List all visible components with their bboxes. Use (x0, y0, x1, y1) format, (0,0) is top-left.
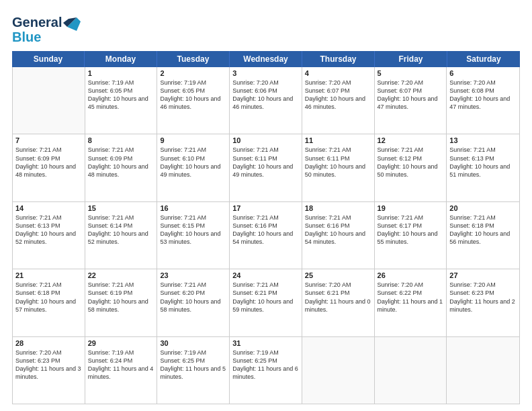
day-number: 31 (232, 339, 299, 347)
day-number: 22 (88, 271, 154, 279)
calendar-cell-1-7: 6Sunrise: 7:20 AM Sunset: 6:08 PM Daylig… (447, 67, 519, 134)
day-info: Sunrise: 7:21 AM Sunset: 6:20 PM Dayligh… (160, 281, 226, 314)
day-info: Sunrise: 7:21 AM Sunset: 6:13 PM Dayligh… (449, 146, 517, 179)
day-info: Sunrise: 7:21 AM Sunset: 6:09 PM Dayligh… (15, 146, 82, 179)
day-info: Sunrise: 7:21 AM Sunset: 6:11 PM Dayligh… (305, 146, 371, 179)
calendar-week-5: 28Sunrise: 7:20 AM Sunset: 6:23 PM Dayli… (13, 337, 519, 404)
calendar-cell-5-2: 29Sunrise: 7:19 AM Sunset: 6:24 PM Dayli… (85, 337, 158, 404)
calendar-cell-2-4: 10Sunrise: 7:21 AM Sunset: 6:11 PM Dayli… (230, 134, 302, 201)
logo-text: General (12, 15, 62, 30)
header-monday: Monday (85, 51, 157, 67)
header: General Blue (12, 12, 520, 44)
day-info: Sunrise: 7:21 AM Sunset: 6:14 PM Dayligh… (88, 214, 154, 246)
header-wednesday: Wednesday (230, 51, 302, 67)
day-info: Sunrise: 7:21 AM Sunset: 6:10 PM Dayligh… (160, 146, 226, 179)
day-info: Sunrise: 7:21 AM Sunset: 6:11 PM Dayligh… (232, 146, 299, 179)
calendar-cell-1-5: 4Sunrise: 7:20 AM Sunset: 6:07 PM Daylig… (302, 67, 375, 134)
day-info: Sunrise: 7:20 AM Sunset: 6:06 PM Dayligh… (232, 79, 299, 111)
calendar-cell-5-4: 31Sunrise: 7:19 AM Sunset: 6:25 PM Dayli… (230, 337, 302, 404)
day-info: Sunrise: 7:20 AM Sunset: 6:07 PM Dayligh… (305, 79, 371, 111)
day-number: 14 (15, 204, 82, 212)
day-info: Sunrise: 7:19 AM Sunset: 6:25 PM Dayligh… (160, 349, 226, 381)
header-saturday: Saturday (447, 51, 520, 67)
day-number: 1 (88, 69, 154, 77)
calendar-cell-3-7: 20Sunrise: 7:21 AM Sunset: 6:18 PM Dayli… (447, 202, 519, 269)
day-info: Sunrise: 7:21 AM Sunset: 6:15 PM Dayligh… (160, 214, 226, 246)
day-info: Sunrise: 7:19 AM Sunset: 6:05 PM Dayligh… (88, 79, 154, 111)
day-number: 29 (88, 339, 154, 347)
day-number: 7 (15, 136, 82, 144)
day-number: 6 (449, 69, 517, 77)
header-sunday: Sunday (12, 51, 85, 67)
calendar-cell-4-6: 26Sunrise: 7:20 AM Sunset: 6:22 PM Dayli… (375, 269, 447, 336)
day-info: Sunrise: 7:20 AM Sunset: 6:08 PM Dayligh… (449, 79, 517, 111)
day-number: 19 (378, 204, 444, 212)
calendar-cell-4-3: 23Sunrise: 7:21 AM Sunset: 6:20 PM Dayli… (157, 269, 230, 336)
day-number: 30 (160, 339, 226, 347)
day-number: 16 (160, 204, 226, 212)
calendar-cell-5-3: 30Sunrise: 7:19 AM Sunset: 6:25 PM Dayli… (157, 337, 230, 404)
header-tuesday: Tuesday (157, 51, 230, 67)
day-number: 10 (232, 136, 299, 144)
calendar-cell-4-1: 21Sunrise: 7:21 AM Sunset: 6:18 PM Dayli… (13, 269, 85, 336)
header-friday: Friday (375, 51, 447, 67)
day-info: Sunrise: 7:21 AM Sunset: 6:09 PM Dayligh… (88, 146, 154, 179)
day-info: Sunrise: 7:20 AM Sunset: 6:21 PM Dayligh… (305, 281, 371, 314)
calendar-cell-4-2: 22Sunrise: 7:21 AM Sunset: 6:19 PM Dayli… (85, 269, 158, 336)
calendar-week-2: 7Sunrise: 7:21 AM Sunset: 6:09 PM Daylig… (13, 134, 519, 201)
calendar-week-4: 21Sunrise: 7:21 AM Sunset: 6:18 PM Dayli… (13, 269, 519, 336)
day-number: 8 (88, 136, 154, 144)
day-number: 11 (305, 136, 371, 144)
day-number: 23 (160, 271, 226, 279)
day-info: Sunrise: 7:21 AM Sunset: 6:18 PM Dayligh… (449, 214, 517, 246)
day-info: Sunrise: 7:21 AM Sunset: 6:21 PM Dayligh… (232, 281, 299, 314)
calendar-cell-3-2: 15Sunrise: 7:21 AM Sunset: 6:14 PM Dayli… (85, 202, 158, 269)
calendar-cell-3-6: 19Sunrise: 7:21 AM Sunset: 6:17 PM Dayli… (375, 202, 447, 269)
day-number: 5 (378, 69, 444, 77)
day-info: Sunrise: 7:21 AM Sunset: 6:19 PM Dayligh… (88, 281, 154, 314)
calendar-cell-5-6 (375, 337, 447, 404)
header-thursday: Thursday (302, 51, 375, 67)
calendar-cell-5-5 (302, 337, 375, 404)
calendar-cell-1-3: 2Sunrise: 7:19 AM Sunset: 6:05 PM Daylig… (157, 67, 230, 134)
calendar-cell-1-1 (13, 67, 85, 134)
day-info: Sunrise: 7:20 AM Sunset: 6:22 PM Dayligh… (378, 281, 444, 314)
day-info: Sunrise: 7:19 AM Sunset: 6:25 PM Dayligh… (232, 349, 299, 381)
calendar-week-3: 14Sunrise: 7:21 AM Sunset: 6:13 PM Dayli… (13, 202, 519, 269)
calendar-cell-5-1: 28Sunrise: 7:20 AM Sunset: 6:23 PM Dayli… (13, 337, 85, 404)
calendar-cell-3-5: 18Sunrise: 7:21 AM Sunset: 6:16 PM Dayli… (302, 202, 375, 269)
page: General Blue Sunday Monday Tuesday Wedne… (0, 0, 532, 411)
calendar-cell-2-3: 9Sunrise: 7:21 AM Sunset: 6:10 PM Daylig… (157, 134, 230, 201)
calendar-body: 1Sunrise: 7:19 AM Sunset: 6:05 PM Daylig… (12, 67, 520, 404)
calendar: Sunday Monday Tuesday Wednesday Thursday… (12, 51, 520, 404)
day-number: 27 (449, 271, 517, 279)
calendar-cell-4-5: 25Sunrise: 7:20 AM Sunset: 6:21 PM Dayli… (302, 269, 375, 336)
calendar-week-1: 1Sunrise: 7:19 AM Sunset: 6:05 PM Daylig… (13, 67, 519, 134)
day-info: Sunrise: 7:20 AM Sunset: 6:23 PM Dayligh… (15, 349, 82, 381)
day-number: 13 (449, 136, 517, 144)
day-info: Sunrise: 7:21 AM Sunset: 6:16 PM Dayligh… (305, 214, 371, 246)
calendar-cell-1-6: 5Sunrise: 7:20 AM Sunset: 6:07 PM Daylig… (375, 67, 447, 134)
calendar-cell-1-4: 3Sunrise: 7:20 AM Sunset: 6:06 PM Daylig… (230, 67, 302, 134)
calendar-cell-2-2: 8Sunrise: 7:21 AM Sunset: 6:09 PM Daylig… (85, 134, 158, 201)
logo-icon (62, 12, 82, 32)
day-number: 17 (232, 204, 299, 212)
calendar-cell-4-4: 24Sunrise: 7:21 AM Sunset: 6:21 PM Dayli… (230, 269, 302, 336)
day-number: 9 (160, 136, 226, 144)
day-number: 26 (378, 271, 444, 279)
day-info: Sunrise: 7:19 AM Sunset: 6:24 PM Dayligh… (88, 349, 154, 381)
day-info: Sunrise: 7:21 AM Sunset: 6:12 PM Dayligh… (378, 146, 444, 179)
day-info: Sunrise: 7:21 AM Sunset: 6:17 PM Dayligh… (378, 214, 444, 246)
day-info: Sunrise: 7:20 AM Sunset: 6:07 PM Dayligh… (378, 79, 444, 111)
day-number: 25 (305, 271, 371, 279)
calendar-cell-2-6: 12Sunrise: 7:21 AM Sunset: 6:12 PM Dayli… (375, 134, 447, 201)
day-number: 18 (305, 204, 371, 212)
day-info: Sunrise: 7:19 AM Sunset: 6:05 PM Dayligh… (160, 79, 226, 111)
day-number: 12 (378, 136, 444, 144)
day-number: 3 (232, 69, 299, 77)
day-number: 2 (160, 69, 226, 77)
calendar-cell-5-7 (447, 337, 519, 404)
calendar-cell-1-2: 1Sunrise: 7:19 AM Sunset: 6:05 PM Daylig… (85, 67, 158, 134)
calendar-cell-2-1: 7Sunrise: 7:21 AM Sunset: 6:09 PM Daylig… (13, 134, 85, 201)
calendar-header: Sunday Monday Tuesday Wednesday Thursday… (12, 51, 520, 67)
